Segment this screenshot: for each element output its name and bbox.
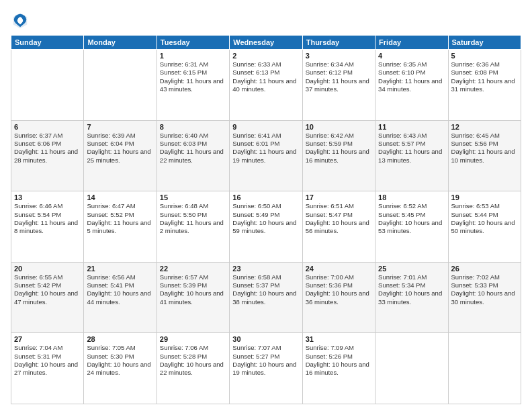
- day-info: Sunrise: 6:34 AM Sunset: 6:12 PM Dayligh…: [306, 60, 372, 93]
- weekday-header: Sunday: [11, 36, 84, 50]
- day-info: Sunrise: 7:07 AM Sunset: 5:27 PM Dayligh…: [232, 344, 299, 377]
- day-number: 15: [160, 193, 226, 201]
- weekday-header: Wednesday: [230, 36, 302, 50]
- day-info: Sunrise: 6:56 AM Sunset: 5:41 PM Dayligh…: [87, 273, 153, 306]
- day-info: Sunrise: 6:41 AM Sunset: 6:01 PM Dayligh…: [232, 132, 299, 165]
- day-info: Sunrise: 6:52 AM Sunset: 5:45 PM Dayligh…: [378, 202, 445, 235]
- day-number: 6: [14, 123, 81, 131]
- logo-icon: [11, 11, 30, 30]
- day-info: Sunrise: 6:37 AM Sunset: 6:06 PM Dayligh…: [14, 132, 81, 165]
- day-info: Sunrise: 6:58 AM Sunset: 5:37 PM Dayligh…: [232, 273, 299, 306]
- day-number: 10: [306, 123, 372, 131]
- page: SundayMondayTuesdayWednesdayThursdayFrid…: [0, 0, 532, 411]
- day-info: Sunrise: 7:09 AM Sunset: 5:26 PM Dayligh…: [306, 344, 372, 377]
- day-info: Sunrise: 6:31 AM Sunset: 6:15 PM Dayligh…: [160, 60, 226, 93]
- day-info: Sunrise: 6:46 AM Sunset: 5:54 PM Dayligh…: [14, 202, 81, 235]
- weekday-header-row: SundayMondayTuesdayWednesdayThursdayFrid…: [11, 36, 521, 50]
- calendar-cell: 17 Sunrise: 6:51 AM Sunset: 5:47 PM Dayl…: [302, 191, 375, 263]
- calendar-cell: 28 Sunrise: 7:05 AM Sunset: 5:30 PM Dayl…: [84, 333, 157, 404]
- calendar-cell: 15 Sunrise: 6:48 AM Sunset: 5:50 PM Dayl…: [157, 191, 229, 263]
- logo: [11, 11, 32, 30]
- calendar-cell: 18 Sunrise: 6:52 AM Sunset: 5:45 PM Dayl…: [375, 191, 448, 263]
- day-number: 8: [160, 123, 226, 131]
- day-number: 23: [232, 265, 299, 273]
- day-info: Sunrise: 7:01 AM Sunset: 5:34 PM Dayligh…: [378, 273, 445, 306]
- calendar-cell: 23 Sunrise: 6:58 AM Sunset: 5:37 PM Dayl…: [230, 262, 302, 333]
- calendar-cell: 6 Sunrise: 6:37 AM Sunset: 6:06 PM Dayli…: [11, 120, 84, 191]
- weekday-header: Thursday: [302, 36, 375, 50]
- day-number: 3: [306, 52, 372, 60]
- day-number: 25: [378, 265, 445, 273]
- calendar-week-row: 13 Sunrise: 6:46 AM Sunset: 5:54 PM Dayl…: [11, 191, 521, 263]
- calendar-cell: 27 Sunrise: 7:04 AM Sunset: 5:31 PM Dayl…: [11, 333, 84, 404]
- calendar-cell: 2 Sunrise: 6:33 AM Sunset: 6:13 PM Dayli…: [230, 50, 302, 121]
- day-number: 5: [451, 52, 518, 60]
- day-info: Sunrise: 6:51 AM Sunset: 5:47 PM Dayligh…: [306, 202, 372, 235]
- calendar-cell: 21 Sunrise: 6:56 AM Sunset: 5:41 PM Dayl…: [84, 262, 157, 333]
- day-number: 28: [87, 335, 153, 343]
- day-info: Sunrise: 7:00 AM Sunset: 5:36 PM Dayligh…: [306, 273, 372, 306]
- day-number: 1: [160, 52, 226, 60]
- calendar-cell: 30 Sunrise: 7:07 AM Sunset: 5:27 PM Dayl…: [230, 333, 302, 404]
- calendar-week-row: 20 Sunrise: 6:55 AM Sunset: 5:42 PM Dayl…: [11, 262, 521, 333]
- day-info: Sunrise: 6:43 AM Sunset: 5:57 PM Dayligh…: [378, 132, 445, 165]
- calendar-cell: 24 Sunrise: 7:00 AM Sunset: 5:36 PM Dayl…: [302, 262, 375, 333]
- day-number: 18: [378, 193, 445, 201]
- day-number: 30: [232, 335, 299, 343]
- day-number: 11: [378, 123, 445, 131]
- day-number: 27: [14, 335, 81, 343]
- day-info: Sunrise: 6:45 AM Sunset: 5:56 PM Dayligh…: [451, 132, 518, 165]
- weekday-header: Saturday: [448, 36, 521, 50]
- calendar-cell: 5 Sunrise: 6:36 AM Sunset: 6:08 PM Dayli…: [448, 50, 521, 121]
- day-number: 24: [306, 265, 372, 273]
- day-number: 16: [232, 193, 299, 201]
- day-number: 17: [306, 193, 372, 201]
- calendar-cell: 9 Sunrise: 6:41 AM Sunset: 6:01 PM Dayli…: [230, 120, 302, 191]
- day-info: Sunrise: 6:39 AM Sunset: 6:04 PM Dayligh…: [87, 132, 153, 165]
- calendar-table: SundayMondayTuesdayWednesdayThursdayFrid…: [11, 35, 521, 404]
- calendar-cell: 16 Sunrise: 6:50 AM Sunset: 5:49 PM Dayl…: [230, 191, 302, 263]
- day-info: Sunrise: 6:55 AM Sunset: 5:42 PM Dayligh…: [14, 273, 81, 306]
- calendar-cell: 10 Sunrise: 6:42 AM Sunset: 5:59 PM Dayl…: [302, 120, 375, 191]
- day-number: 2: [232, 52, 299, 60]
- weekday-header: Friday: [375, 36, 448, 50]
- calendar-cell: [84, 50, 157, 121]
- day-info: Sunrise: 6:50 AM Sunset: 5:49 PM Dayligh…: [232, 202, 299, 235]
- day-number: 22: [160, 265, 226, 273]
- calendar-cell: 14 Sunrise: 6:47 AM Sunset: 5:52 PM Dayl…: [84, 191, 157, 263]
- day-number: 9: [232, 123, 299, 131]
- day-info: Sunrise: 6:47 AM Sunset: 5:52 PM Dayligh…: [87, 202, 153, 235]
- day-number: 4: [378, 52, 445, 60]
- calendar-week-row: 27 Sunrise: 7:04 AM Sunset: 5:31 PM Dayl…: [11, 333, 521, 404]
- weekday-header: Tuesday: [157, 36, 229, 50]
- day-number: 21: [87, 265, 153, 273]
- day-number: 26: [451, 265, 518, 273]
- day-number: 14: [87, 193, 153, 201]
- calendar-cell: 1 Sunrise: 6:31 AM Sunset: 6:15 PM Dayli…: [157, 50, 229, 121]
- calendar-cell: 11 Sunrise: 6:43 AM Sunset: 5:57 PM Dayl…: [375, 120, 448, 191]
- calendar-cell: 25 Sunrise: 7:01 AM Sunset: 5:34 PM Dayl…: [375, 262, 448, 333]
- calendar-cell: 29 Sunrise: 7:06 AM Sunset: 5:28 PM Dayl…: [157, 333, 229, 404]
- calendar-cell: 3 Sunrise: 6:34 AM Sunset: 6:12 PM Dayli…: [302, 50, 375, 121]
- calendar-cell: 26 Sunrise: 7:02 AM Sunset: 5:33 PM Dayl…: [448, 262, 521, 333]
- day-info: Sunrise: 7:05 AM Sunset: 5:30 PM Dayligh…: [87, 344, 153, 377]
- calendar-week-row: 1 Sunrise: 6:31 AM Sunset: 6:15 PM Dayli…: [11, 50, 521, 121]
- calendar-cell: 22 Sunrise: 6:57 AM Sunset: 5:39 PM Dayl…: [157, 262, 229, 333]
- day-info: Sunrise: 6:35 AM Sunset: 6:10 PM Dayligh…: [378, 60, 445, 93]
- day-info: Sunrise: 6:42 AM Sunset: 5:59 PM Dayligh…: [306, 132, 372, 165]
- calendar-cell: 4 Sunrise: 6:35 AM Sunset: 6:10 PM Dayli…: [375, 50, 448, 121]
- calendar-cell: [375, 333, 448, 404]
- calendar-cell: [448, 333, 521, 404]
- day-info: Sunrise: 6:48 AM Sunset: 5:50 PM Dayligh…: [160, 202, 226, 235]
- day-info: Sunrise: 7:02 AM Sunset: 5:33 PM Dayligh…: [451, 273, 518, 306]
- day-number: 7: [87, 123, 153, 131]
- day-number: 12: [451, 123, 518, 131]
- weekday-header: Monday: [84, 36, 157, 50]
- calendar-week-row: 6 Sunrise: 6:37 AM Sunset: 6:06 PM Dayli…: [11, 120, 521, 191]
- day-info: Sunrise: 7:04 AM Sunset: 5:31 PM Dayligh…: [14, 344, 81, 377]
- day-number: 29: [160, 335, 226, 343]
- day-info: Sunrise: 6:33 AM Sunset: 6:13 PM Dayligh…: [232, 60, 299, 93]
- day-info: Sunrise: 6:36 AM Sunset: 6:08 PM Dayligh…: [451, 60, 518, 93]
- calendar-cell: 19 Sunrise: 6:53 AM Sunset: 5:44 PM Dayl…: [448, 191, 521, 263]
- calendar-cell: 7 Sunrise: 6:39 AM Sunset: 6:04 PM Dayli…: [84, 120, 157, 191]
